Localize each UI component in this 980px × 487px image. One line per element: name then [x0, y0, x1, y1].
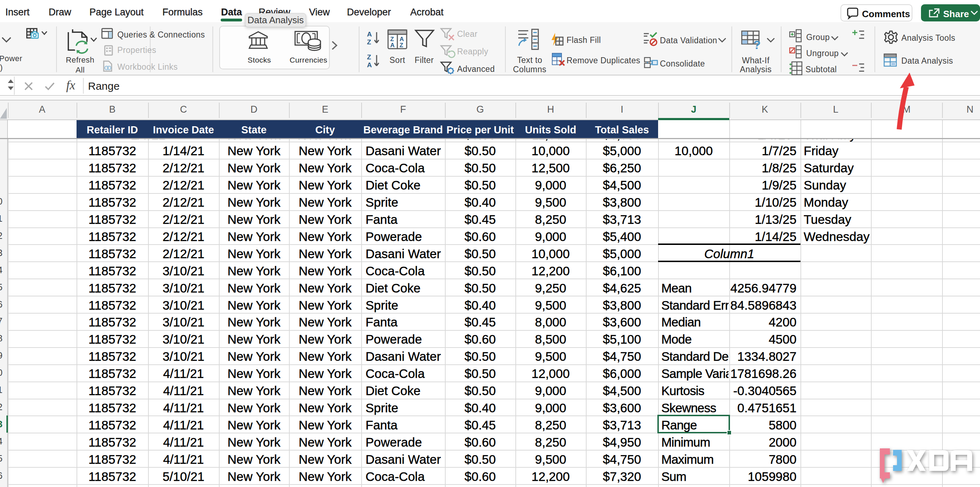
- svg-text:Z: Z: [367, 38, 371, 46]
- svg-text:?: ?: [753, 38, 761, 51]
- svg-text:A: A: [390, 42, 395, 49]
- svg-text:A: A: [367, 61, 372, 68]
- svg-text:A: A: [367, 30, 372, 38]
- svg-text:Z: Z: [367, 53, 371, 61]
- svg-text:Z: Z: [399, 42, 403, 49]
